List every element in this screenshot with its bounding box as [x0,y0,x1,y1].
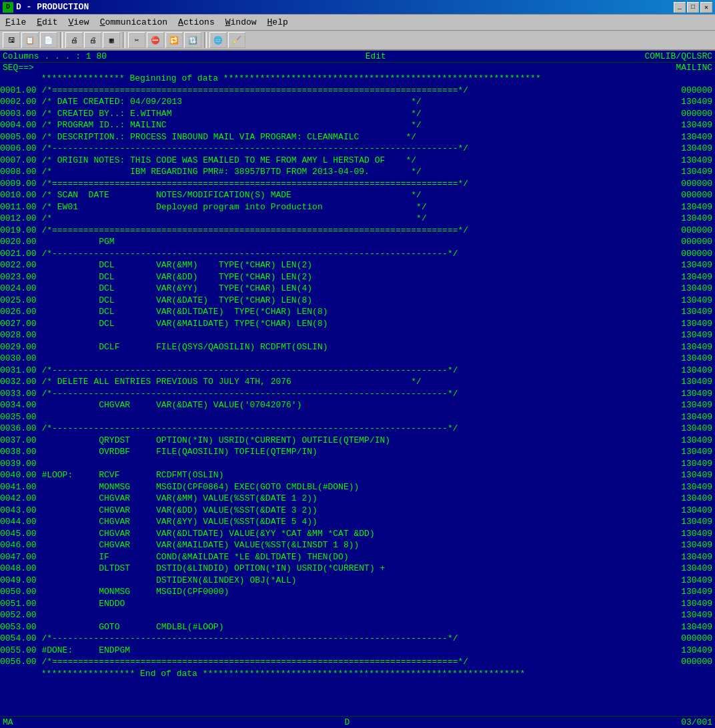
line-content-27: /*--------------------------------------… [37,388,675,400]
code-line-7: 0007.00 /* ORIGIN NOTES: THIS CODE WAS E… [0,155,715,167]
code-line-21: 0027.00 DCL VAR(&MAILDATE) TYPE(*CHAR) L… [0,318,715,330]
line-number-44: 0050.00 [0,586,37,598]
maximize-button[interactable]: □ [687,2,699,13]
line-number-30: 0036.00 [0,423,37,435]
line-right-51 [675,668,715,680]
line-number-46: 0052.00 [0,609,37,621]
line-right-50: 000000 [675,656,715,668]
line-number-50: 0056.00 [0,656,37,668]
toolbar-sep-1 [60,32,63,48]
toolbar-btn-1[interactable]: 🖫 [3,32,20,48]
line-number-12: 0012.00 [0,213,37,225]
code-line-42: 0048.00 DLTDST DSTID(&LINDID) OPTION(*IN… [0,563,715,575]
menu-file[interactable]: File [0,16,31,29]
code-line-6: 0006.00 /*------------------------------… [0,143,715,155]
title-bar-left: D D - PRODUCTION [3,2,89,13]
line-right-38: 130409 [675,516,715,528]
line-content-30: /*--------------------------------------… [37,423,675,435]
line-right-34: 130409 [675,469,715,481]
line-right-46: 130409 [675,609,715,621]
code-line-10: 0010.00 /* SCAN DATE NOTES/MODIFICATION(… [0,189,715,201]
line-right-35: 130409 [675,481,715,493]
toolbar-sep-3 [204,32,207,48]
code-line-31: 0037.00 QRYDST OPTION(*IN) USRID(*CURREN… [0,435,715,447]
line-number-4: 0004.00 [0,119,37,131]
line-number-21: 0027.00 [0,318,37,330]
code-line-3: 0003.00 /* CREATED BY..: E.WITHAM */0000… [0,108,715,120]
line-content-40: CHGVAR VAR(&MAILDATE) VALUE(%SST(&LINSDT… [37,539,675,551]
menu-edit[interactable]: Edit [31,16,63,29]
line-content-4: /* PROGRAM ID..: MAILINC */ [37,119,675,131]
editor-area[interactable]: **************** Beginning of data *****… [0,73,715,714]
line-content-7: /* ORIGIN NOTES: THIS CODE WAS EMAILED T… [37,155,675,167]
window-title: D - PRODUCTION [16,2,89,12]
menu-view[interactable]: View [63,16,94,29]
toolbar-btn-5[interactable]: 🖨 [84,32,101,48]
toolbar-btn-10[interactable]: 🔃 [184,32,201,48]
line-right-19: 130409 [675,295,715,307]
line-content-17: DCL VAR(&DD) TYPE(*CHAR) LEN(2) [37,271,675,283]
toolbar-btn-12[interactable]: 🧹 [228,32,245,48]
toolbar-btn-2[interactable]: 📋 [21,32,39,48]
menu-window[interactable]: Window [220,16,262,29]
toolbar-btn-8[interactable]: ⛔ [147,32,164,48]
line-content-37: CHGVAR VAR(&DD) VALUE(%SST(&DATE 3 2)) [37,505,675,517]
toolbar-btn-4[interactable]: 🖨 [65,32,83,48]
line-content-3: /* CREATED BY..: E.WITHAM */ [37,108,675,120]
toolbar-btn-11[interactable]: 🌐 [209,32,227,48]
toolbar-btn-9[interactable]: 🔁 [165,32,183,48]
line-content-44: MONMSG MSGID(CPF0000) [37,586,675,598]
menu-actions[interactable]: Actions [173,16,220,29]
line-number-8: 0008.00 [0,166,37,178]
code-line-45: 0051.00 ENDDO130409 [0,598,715,610]
line-number-1: 0001.00 [0,85,37,97]
line-number-10: 0010.00 [0,189,37,201]
code-line-15: 0021.00 /*------------------------------… [0,248,715,260]
line-right-44: 130409 [675,586,715,598]
line-number-36: 0042.00 [0,493,37,505]
line-right-0 [675,73,715,85]
line-right-37: 130409 [675,505,715,517]
toolbar-btn-3[interactable]: 📄 [40,32,57,48]
app-icon: D [3,2,13,13]
line-number-25: 0031.00 [0,365,37,377]
line-number-20: 0026.00 [0,306,37,318]
status-top2: SEQ==> MAILINC [0,63,715,73]
line-number-47: 0053.00 [0,621,37,633]
line-right-17: 130409 [675,271,715,283]
line-right-31: 130409 [675,435,715,447]
line-content-35: MONMSG MSGID(CPF0864) EXEC(GOTO CMDLBL(#… [37,481,675,493]
line-right-8: 130409 [675,166,715,178]
line-content-34: #LOOP: RCVF RCDFMT(OSLIN) [37,469,675,481]
status-bottom: MA D 03/001 [0,716,715,728]
line-content-12: /* */ [37,213,675,225]
line-right-42: 130409 [675,563,715,575]
line-number-34: 0040.00 [0,469,37,481]
line-number-27: 0033.00 [0,388,37,400]
code-line-8: 0008.00 /* IBM REGARDING PMR#: 38957B7TD… [0,166,715,178]
close-button[interactable]: ✕ [700,2,712,13]
menu-communication[interactable]: Communication [95,16,173,29]
line-content-13: /*======================================… [37,225,675,237]
line-number-14: 0020.00 [0,236,37,248]
line-content-42: DLTDST DSTID(&LINDID) OPTION(*IN) USRID(… [37,563,675,575]
menu-help[interactable]: Help [262,16,293,29]
title-bar: D D - PRODUCTION _ □ ✕ [0,0,715,15]
line-right-18: 130409 [675,283,715,295]
code-line-14: 0020.00 PGM000000 [0,236,715,248]
line-content-39: CHGVAR VAR(&DLTDATE) VALUE(&YY *CAT &MM … [37,528,675,540]
line-content-1: /*======================================… [37,85,675,97]
line-number-22: 0028.00 [0,329,37,341]
line-right-24: 130409 [675,353,715,365]
code-line-33: 0039.00130409 [0,458,715,470]
code-line-13: 0019.00 /*==============================… [0,225,715,237]
line-content-9: /*======================================… [37,178,675,190]
line-content-21: DCL VAR(&MAILDATE) TYPE(*CHAR) LEN(8) [37,318,675,330]
toolbar-btn-6[interactable]: ▦ [103,32,120,48]
toolbar-btn-7[interactable]: ✂ [128,32,145,48]
line-content-28: CHGVAR VAR(&DATE) VALUE('07042076') [37,399,675,411]
line-number-3: 0003.00 [0,108,37,120]
minimize-button[interactable]: _ [674,2,686,13]
line-content-45: ENDDO [37,598,675,610]
line-number-41: 0047.00 [0,551,37,563]
